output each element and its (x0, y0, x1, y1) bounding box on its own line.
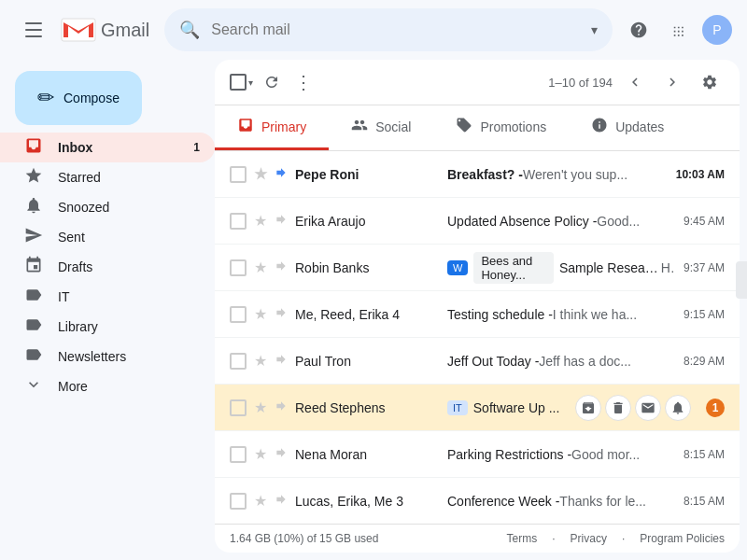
row-checkbox[interactable] (230, 353, 247, 370)
table-row[interactable]: ★Robin BanksWBees and Honey...Sample Res… (215, 245, 740, 291)
more-icon (24, 375, 43, 398)
tab-social[interactable]: Social (329, 105, 433, 150)
tab-primary[interactable]: Primary (215, 105, 329, 150)
subject-snippet: Parking Restrictions - Good mor... (447, 447, 640, 462)
sidebar-item-more[interactable]: More (0, 371, 215, 401)
prev-page-button[interactable] (620, 67, 650, 97)
table-row[interactable]: ★Nena MoranParking Restrictions - Good m… (215, 431, 740, 478)
row-checkbox[interactable] (230, 446, 247, 463)
forward-icon (275, 353, 288, 369)
social-tab-icon (351, 117, 368, 136)
starred-icon (24, 166, 43, 189)
footer-dot2: · (622, 532, 625, 545)
terms-link[interactable]: Terms (507, 532, 538, 545)
sidebar-item-drafts[interactable]: Drafts (0, 252, 215, 282)
footer-dot1: · (552, 532, 555, 545)
apps-button[interactable] (661, 11, 698, 49)
avatar[interactable]: P (702, 15, 732, 45)
email-content: Updated Absence Policy - Good... (447, 214, 676, 229)
star-button[interactable]: ★ (254, 399, 267, 416)
search-dropdown-icon[interactable]: ▾ (591, 22, 598, 37)
delete-button[interactable] (605, 395, 631, 421)
table-row[interactable]: ★Paul TronJeff Out Today - Jeff has a do… (215, 338, 740, 385)
sent-label: Sent (58, 230, 85, 245)
email-content: Testing schedule - I think we ha... (447, 307, 676, 322)
updates-tab-icon (591, 117, 608, 136)
next-page-button[interactable] (657, 67, 687, 97)
email-time: 8:15 AM (684, 448, 725, 461)
sender-name: Nena Moran (295, 447, 440, 462)
search-input[interactable] (211, 21, 584, 38)
policies-link[interactable]: Program Policies (640, 532, 725, 545)
star-button[interactable]: ★ (254, 445, 267, 463)
table-row[interactable]: ★Reed StephensITSoftware Up ...1 (215, 385, 740, 431)
topbar: Gmail 🔍 ▾ P (0, 0, 747, 60)
star-button[interactable]: ★ (254, 305, 267, 323)
email-time: 8:29 AM (684, 355, 725, 368)
email-content: Conference Week - Thanks for le... (447, 494, 676, 509)
subject-snippet: Software Up ... (473, 400, 560, 415)
it-tag: IT (447, 400, 468, 415)
snooze-button[interactable] (665, 395, 691, 421)
privacy-link[interactable]: Privacy (571, 532, 607, 545)
row-checkbox[interactable] (230, 493, 247, 510)
sidebar-item-starred[interactable]: Starred (0, 162, 215, 192)
compose-button[interactable]: ✏ Compose (15, 71, 142, 125)
table-row[interactable]: ★Pepe RoniBreakfast? - Weren't you sup..… (215, 151, 740, 198)
row-checkbox[interactable] (230, 166, 247, 183)
help-button[interactable] (620, 11, 657, 49)
table-row[interactable]: ★Erika AraujoUpdated Absence Policy - Go… (215, 198, 740, 245)
table-row[interactable]: ★Me, Reed, Erika 4Testing schedule - I t… (215, 291, 740, 338)
subject-snippet: Conference Week - Thanks for le... (447, 494, 646, 509)
right-edge-tab[interactable] (736, 261, 747, 299)
it-label: IT (58, 289, 69, 304)
star-button[interactable]: ★ (254, 165, 267, 183)
tab-promotions[interactable]: Promotions (433, 105, 569, 150)
sender-name: Reed Stephens (295, 400, 440, 415)
search-bar[interactable]: 🔍 ▾ (164, 8, 613, 51)
it-label-icon (24, 286, 43, 308)
more-options-button[interactable]: ⋮ (290, 67, 317, 97)
sidebar-item-snoozed[interactable]: Snoozed (0, 192, 215, 222)
star-button[interactable]: ★ (254, 352, 267, 370)
refresh-icon (263, 74, 280, 91)
tab-updates[interactable]: Updates (569, 105, 686, 150)
star-button[interactable]: ★ (254, 492, 267, 510)
sender-name: Me, Reed, Erika 4 (295, 307, 440, 322)
row-checkbox[interactable] (230, 213, 247, 230)
inbox-label: Inbox (58, 140, 92, 155)
mark-read-button[interactable] (635, 395, 661, 421)
footer: 1.64 GB (10%) of 15 GB used Terms · Priv… (215, 524, 740, 553)
apps-icon (670, 21, 689, 39)
select-all-area[interactable]: ▾ (230, 74, 253, 91)
row-actions (575, 395, 691, 421)
sidebar-item-newsletters[interactable]: Newsletters (0, 342, 215, 371)
gmail-text: Gmail (101, 20, 149, 41)
star-button[interactable]: ★ (254, 212, 267, 230)
sidebar-item-inbox[interactable]: Inbox 1 (0, 133, 215, 162)
email-content: Parking Restrictions - Good mor... (447, 447, 676, 462)
forward-icon (275, 259, 288, 275)
row-checkbox[interactable] (230, 306, 247, 323)
refresh-button[interactable] (257, 67, 287, 97)
subject-snippet: Jeff Out Today - Jeff has a doc... (447, 354, 631, 369)
help-icon (629, 21, 648, 39)
settings-button[interactable] (695, 67, 725, 97)
star-button[interactable]: ★ (254, 259, 267, 276)
archive-button[interactable] (575, 395, 601, 421)
email-content: ITSoftware Up ... (447, 400, 560, 415)
email-time: 9:15 AM (684, 308, 725, 321)
snoozed-label: Snoozed (58, 200, 109, 215)
sidebar-item-sent[interactable]: Sent (0, 222, 215, 252)
email-content: Jeff Out Today - Jeff has a doc... (447, 354, 676, 369)
sidebar-item-it[interactable]: IT (0, 282, 215, 312)
email-content: Breakfast? - Weren't you sup... (447, 167, 669, 182)
menu-button[interactable] (15, 11, 52, 49)
row-checkbox[interactable] (230, 399, 247, 416)
select-all-checkbox[interactable] (230, 74, 247, 91)
select-dropdown-icon[interactable]: ▾ (248, 77, 253, 88)
table-row[interactable]: ★Lucas, Erika, Me 3Conference Week - Tha… (215, 478, 740, 524)
forward-icon (275, 399, 288, 415)
row-checkbox[interactable] (230, 259, 247, 276)
sidebar-item-library[interactable]: Library (0, 312, 215, 342)
